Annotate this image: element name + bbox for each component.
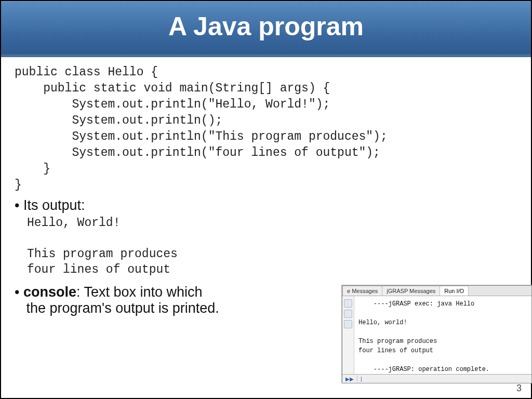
console-gutter	[342, 296, 354, 374]
jgrasp-console: e Messages jGRASP Messages Run I/O ----j…	[342, 285, 532, 383]
tab-run-io[interactable]: Run I/O	[440, 286, 469, 296]
slide-title: A Java program	[1, 11, 531, 42]
console-body: ----jGRASP exec: java Hello Hello, world…	[342, 296, 531, 374]
console-toolbar: ▶▶ |	[342, 374, 531, 383]
tab-jgrasp-messages[interactable]: jGRASP Messages	[382, 286, 440, 296]
toolbar-run-icon[interactable]: ▶▶	[345, 376, 354, 382]
console-tabs: e Messages jGRASP Messages Run I/O	[342, 286, 531, 296]
gutter-button[interactable]	[344, 310, 352, 318]
gutter-button[interactable]	[344, 320, 352, 328]
toolbar-separator	[357, 376, 357, 382]
code-block: public class Hello { public static void …	[15, 64, 517, 193]
page-number: 3	[516, 383, 522, 394]
console-output-lines: ----jGRASP exec: java Hello Hello, world…	[354, 296, 531, 374]
toolbar-cursor-icon: |	[361, 376, 362, 382]
gutter-button[interactable]	[344, 299, 352, 308]
slide: A Java program public class Hello { publ…	[0, 0, 532, 399]
tab-messages[interactable]: e Messages	[342, 286, 382, 296]
console-term: console	[23, 284, 76, 300]
slide-content: public class Hello { public static void …	[1, 57, 531, 316]
bullet-its-output: Its output:	[15, 197, 517, 214]
program-output: Hello, World! This program produces four…	[27, 216, 517, 278]
title-bar: A Java program	[1, 1, 531, 57]
